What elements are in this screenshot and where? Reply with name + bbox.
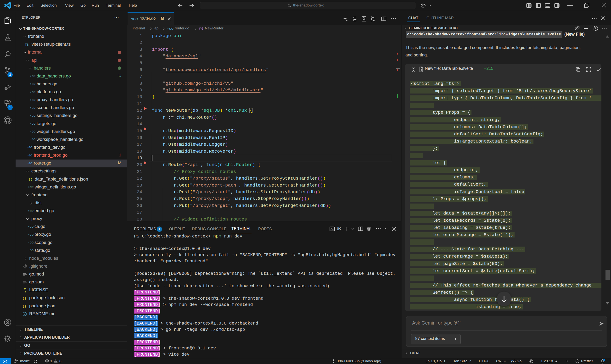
- svg-text:{}: {}: [23, 304, 26, 308]
- svg-text:GO: GO: [30, 186, 34, 188]
- svg-text:GO: GO: [28, 154, 32, 157]
- svg-text:TS: TS: [25, 43, 29, 46]
- svg-text:GO: GO: [30, 241, 34, 244]
- svg-text:GO: GO: [133, 17, 138, 21]
- svg-text:{}: {}: [23, 297, 26, 300]
- svg-text:GO: GO: [32, 130, 35, 133]
- svg-text:GO: GO: [32, 83, 35, 85]
- svg-text:GO: GO: [28, 146, 32, 149]
- svg-text:GO: GO: [32, 138, 35, 141]
- svg-text:GO: GO: [32, 106, 35, 109]
- svg-text:GO: GO: [30, 225, 34, 228]
- svg-text:GO: GO: [32, 91, 35, 93]
- svg-text:GO: GO: [169, 27, 173, 30]
- svg-text:{}: {}: [29, 178, 32, 181]
- svg-text:GO: GO: [32, 114, 35, 117]
- svg-text:GO: GO: [30, 233, 34, 236]
- svg-text:GO: GO: [32, 75, 35, 78]
- svg-text:GO: GO: [28, 162, 32, 165]
- svg-text:GO: GO: [30, 209, 34, 212]
- svg-text:GO: GO: [30, 249, 34, 252]
- svg-text:GO: GO: [32, 122, 35, 125]
- svg-text:GO: GO: [32, 99, 35, 101]
